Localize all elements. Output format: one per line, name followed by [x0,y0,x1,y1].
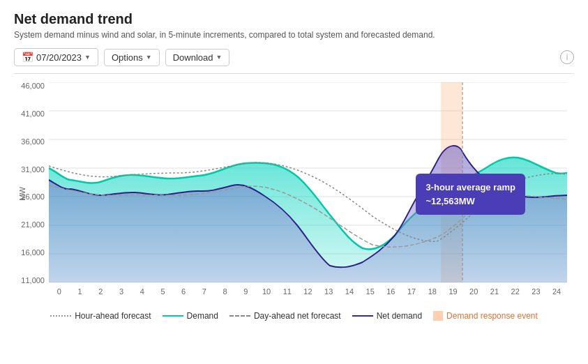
calendar-icon: 📅 [22,52,33,63]
chart-subtitle: System demand minus wind and solar, in 5… [14,30,574,40]
x-label-5: 5 [153,287,174,296]
download-label: Download [173,52,213,63]
x-label-2: 2 [90,287,111,296]
x-label-10: 10 [256,287,277,296]
y-axis: 46,000 41,000 36,000 31,000 26,000 21,00… [14,82,49,285]
legend-item-hour-ahead: Hour-ahead forecast [50,311,151,321]
y-label-16k: 16,000 [21,249,45,257]
legend-demand-response-label: Demand response event [446,311,538,321]
y-label-41k: 41,000 [21,110,45,118]
y-label-31k: 31,000 [21,166,45,174]
x-label-4: 4 [132,287,153,296]
x-label-9: 9 [235,287,256,296]
legend-demand-response-icon [433,311,443,321]
legend-demand-icon [163,315,183,317]
legend-net-demand-label: Net demand [377,311,422,321]
options-label: Options [112,52,143,63]
legend-item-demand: Demand [163,311,218,321]
y-label-11k: 11,000 [21,277,45,285]
x-label-24: 24 [546,287,567,296]
options-button[interactable]: Options ▼ [104,49,160,66]
y-label-36k: 36,000 [21,138,45,146]
x-label-7: 7 [194,287,215,296]
x-label-15: 15 [360,287,381,296]
x-axis: 0 1 2 3 4 5 6 7 8 9 10 11 12 13 14 15 16… [49,285,567,305]
date-picker-button[interactable]: 📅 07/20/2023 ▼ [14,48,98,66]
x-label-21: 21 [484,287,505,296]
page-title: Net demand trend [14,11,574,27]
legend-net-demand-icon [352,315,373,317]
download-button[interactable]: Download ▼ [165,49,230,66]
y-label-46k: 46,000 [21,82,45,90]
x-label-16: 16 [381,287,402,296]
legend-demand-label: Demand [187,311,218,321]
chart-container: 46,000 41,000 36,000 31,000 26,000 21,00… [14,82,574,305]
legend-item-day-ahead: Day-ahead net forecast [229,311,341,321]
date-chevron-icon: ▼ [84,54,91,61]
x-label-19: 19 [443,287,464,296]
x-label-6: 6 [173,287,194,296]
x-label-13: 13 [318,287,339,296]
legend-day-ahead-icon [229,315,250,317]
legend-hour-ahead-label: Hour-ahead forecast [75,311,151,321]
x-label-8: 8 [215,287,236,296]
x-label-22: 22 [505,287,526,296]
legend: Hour-ahead forecast Demand Day-ahead net… [14,311,574,321]
x-label-14: 14 [339,287,360,296]
options-chevron-icon: ▼ [146,54,152,61]
x-label-17: 17 [401,287,422,296]
y-label-21k: 21,000 [21,221,45,229]
legend-item-net-demand: Net demand [352,311,422,321]
y-axis-title: MW [18,187,27,201]
info-icon[interactable]: i [560,50,574,64]
toolbar: 📅 07/20/2023 ▼ Options ▼ Download ▼ i [14,48,574,74]
x-label-12: 12 [298,287,319,296]
x-label-3: 3 [111,287,132,296]
download-chevron-icon: ▼ [216,54,223,61]
x-label-18: 18 [422,287,443,296]
date-label: 07/20/2023 [36,52,82,63]
legend-hour-ahead-icon [50,315,71,317]
x-label-20: 20 [463,287,484,296]
legend-item-demand-response: Demand response event [433,311,538,321]
x-label-23: 23 [526,287,547,296]
x-label-0: 0 [49,287,70,296]
chart-area: 3-hour average ramp ~12,563MW [49,82,567,285]
chart-svg [49,82,567,285]
x-label-11: 11 [277,287,298,296]
legend-day-ahead-label: Day-ahead net forecast [254,311,341,321]
x-label-1: 1 [70,287,91,296]
